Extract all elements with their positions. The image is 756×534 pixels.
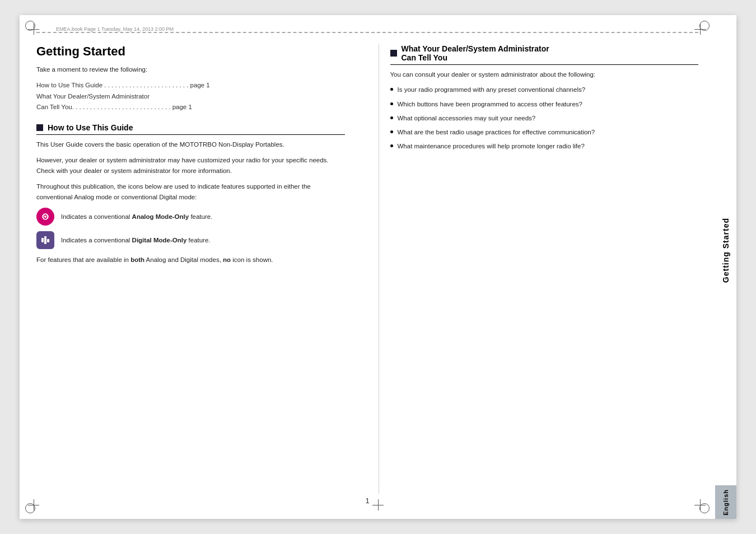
toc-item-2: What Your Dealer/System Administrator [36, 91, 345, 102]
svg-rect-3 [44, 236, 46, 244]
digital-icon-row: Indicates a conventional Digital Mode-On… [36, 231, 345, 249]
section1-footnote: For features that are available in both … [36, 255, 345, 265]
bullet-text-2: Which buttons have been programmed to ac… [398, 100, 583, 109]
toc-intro: Take a moment to review the following: [36, 64, 345, 74]
file-info-text: EMEA.book Page 1 Tuesday, May 14, 2013 2… [56, 26, 174, 32]
bullet-dot-5 [390, 144, 393, 147]
bullet-item-1: Is your radio programmed with any preset… [390, 85, 699, 95]
bullet-item-3: What optional accessories may suit your … [390, 114, 699, 123]
bullet-text-4: What are the best radio usage practices … [398, 128, 595, 137]
section1-para1: This User Guide covers the basic operati… [36, 139, 345, 149]
corner-cross-br [694, 499, 706, 510]
side-tab-top: Getting Started [721, 15, 730, 485]
analog-icon-row: Indicates a conventional Analog Mode-Onl… [36, 208, 345, 226]
bullet-dot-2 [390, 102, 393, 105]
section2-heading-text: What Your Dealer/System Administrator Ca… [402, 44, 549, 62]
dashed-separator [36, 32, 698, 33]
section2-heading-line2: Can Tell You [402, 53, 549, 62]
side-tab-label: Getting Started [721, 212, 730, 288]
side-tab-bottom: English [715, 485, 736, 519]
corner-cross-tl [28, 24, 39, 35]
section2-heading-line1: What Your Dealer/System Administrator [402, 44, 549, 53]
section1-heading-icon [36, 124, 43, 131]
bullet-dot-3 [390, 116, 393, 119]
bullet-text-1: Is your radio programmed with any preset… [398, 85, 586, 95]
side-tab-language: English [722, 489, 729, 516]
toc-item-3: Can Tell You. . . . . . . . . . . . . . … [36, 102, 345, 113]
corner-cross-tr [694, 24, 706, 35]
bullet-item-2: Which buttons have been programmed to ac… [390, 100, 699, 109]
toc-item-1: How to Use This Guide . . . . . . . . . … [36, 80, 345, 91]
main-content: EMEA.book Page 1 Tuesday, May 14, 2013 2… [20, 15, 715, 519]
svg-rect-4 [47, 239, 49, 242]
side-tab: Getting Started English [715, 15, 736, 519]
section2-heading: What Your Dealer/System Administrator Ca… [390, 44, 699, 65]
toc-list: How to Use This Guide . . . . . . . . . … [36, 80, 345, 113]
section1-para3: Throughout this publication, the icons b… [36, 181, 345, 202]
section1-heading: How to Use This Guide [36, 123, 345, 135]
section1-heading-text: How to Use This Guide [48, 123, 133, 132]
page-number: 1 [365, 496, 369, 505]
analog-bold: Analog Mode-Only [132, 213, 189, 220]
section1-para2: However, your dealer or system administr… [36, 155, 345, 176]
section2-intro: You can consult your dealer or system ad… [390, 69, 699, 79]
bottom-center-cross [372, 499, 384, 510]
analog-mode-icon [36, 208, 54, 226]
bullet-item-5: What maintenance procedures will help pr… [390, 142, 699, 151]
page-title: Getting Started [36, 44, 345, 59]
right-column: What Your Dealer/System Administrator Ca… [379, 44, 699, 494]
digital-icon-label: Indicates a conventional Digital Mode-On… [61, 237, 211, 243]
digital-bold: Digital Mode-Only [132, 237, 187, 243]
bullet-text-5: What maintenance procedures will help pr… [398, 142, 585, 151]
digital-mode-icon [36, 231, 54, 249]
left-column: Getting Started Take a moment to review … [36, 44, 356, 494]
analog-icon-label: Indicates a conventional Analog Mode-Onl… [61, 213, 212, 220]
svg-rect-2 [41, 238, 44, 242]
svg-point-1 [44, 216, 46, 218]
bullet-text-3: What optional accessories may suit your … [398, 114, 536, 123]
section2-heading-icon [390, 50, 397, 57]
bullet-dot-1 [390, 88, 393, 91]
bullet-dot-4 [390, 130, 393, 133]
bullet-list: Is your radio programmed with any preset… [390, 85, 699, 151]
two-columns: Getting Started Take a moment to review … [36, 44, 698, 494]
bullet-item-4: What are the best radio usage practices … [390, 128, 699, 137]
file-info-header: EMEA.book Page 1 Tuesday, May 14, 2013 2… [36, 26, 698, 32]
page-number-area: 1 [36, 494, 698, 508]
page-wrapper: Getting Started English EMEA.book Page 1… [20, 15, 736, 519]
corner-cross-bl [28, 499, 39, 510]
